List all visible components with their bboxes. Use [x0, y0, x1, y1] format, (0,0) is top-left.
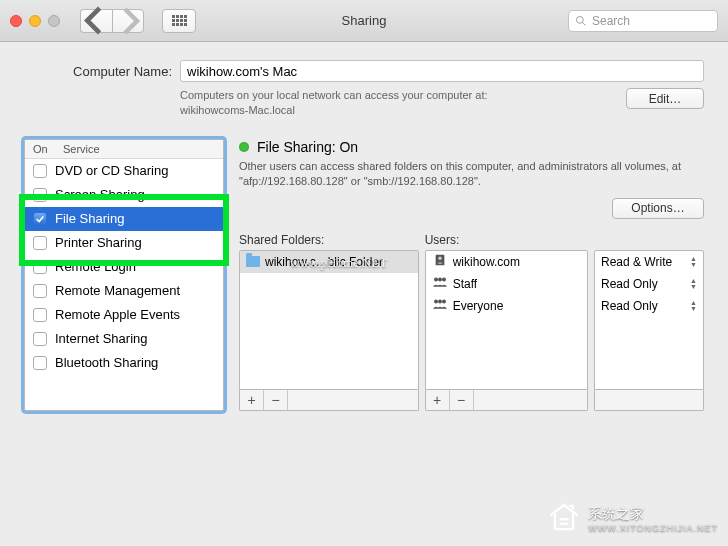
permissions-list[interactable]: Read & Write▲▼Read Only▲▼Read Only▲▼ [594, 250, 704, 390]
group-icon [432, 297, 448, 314]
titlebar: Sharing Search [0, 0, 728, 42]
service-checkbox[interactable] [33, 236, 47, 250]
add-folder-button[interactable]: + [240, 390, 264, 410]
search-field[interactable]: Search [568, 10, 718, 32]
service-checkbox[interactable] [33, 260, 47, 274]
user-row[interactable]: Staff [426, 273, 587, 295]
service-checkbox[interactable] [33, 188, 47, 202]
person-icon [432, 253, 448, 270]
stepper-icon[interactable]: ▲▼ [690, 256, 697, 268]
nav-segment [80, 9, 144, 33]
svg-point-7 [434, 300, 438, 304]
house-icon [546, 499, 582, 538]
computer-hostname-info: Computers on your local network can acce… [180, 88, 618, 119]
folder-label: wikihow.c…blic Folder [265, 255, 383, 269]
service-label: Screen Sharing [55, 187, 145, 202]
search-icon [575, 15, 587, 27]
svg-point-4 [434, 278, 438, 282]
user-label: Everyone [453, 299, 504, 313]
minimize-button[interactable] [29, 15, 41, 27]
permission-label: Read & Write [601, 255, 672, 269]
service-label: Remote Apple Events [55, 307, 180, 322]
permission-row[interactable]: Read Only▲▼ [595, 273, 703, 295]
show-all-button[interactable] [162, 9, 196, 33]
service-row-0[interactable]: DVD or CD Sharing [25, 159, 223, 183]
add-user-button[interactable]: + [426, 390, 450, 410]
service-row-2[interactable]: File Sharing [25, 207, 223, 231]
grid-icon [172, 15, 187, 26]
user-row[interactable]: wikihow.com [426, 251, 587, 273]
shared-folders-list[interactable]: wikihow.c…blic Folder [239, 250, 419, 390]
back-button[interactable] [80, 9, 112, 33]
close-button[interactable] [10, 15, 22, 27]
stepper-icon[interactable]: ▲▼ [690, 300, 697, 312]
zoom-button[interactable] [48, 15, 60, 27]
svg-point-9 [442, 300, 446, 304]
svg-line-1 [583, 22, 586, 25]
edit-hostname-button[interactable]: Edit… [626, 88, 704, 109]
svg-point-8 [438, 300, 442, 304]
permission-row[interactable]: Read & Write▲▼ [595, 251, 703, 273]
computer-name-label: Computer Name: [24, 64, 172, 79]
search-placeholder: Search [592, 14, 630, 28]
permissions-footer [594, 390, 704, 411]
service-label: Remote Management [55, 283, 180, 298]
service-row-1[interactable]: Screen Sharing [25, 183, 223, 207]
status-indicator-icon [239, 142, 249, 152]
status-description: Other users can access shared folders on… [239, 159, 704, 190]
service-row-5[interactable]: Remote Management [25, 279, 223, 303]
service-checkbox[interactable] [33, 284, 47, 298]
folder-icon [246, 256, 260, 267]
service-checkbox[interactable] [33, 356, 47, 370]
shared-folders-title: Shared Folders: [239, 233, 419, 247]
options-button[interactable]: Options… [612, 198, 704, 219]
user-row[interactable]: Everyone [426, 295, 587, 317]
svg-point-6 [442, 278, 446, 282]
users-title: Users: [425, 233, 588, 247]
computer-name-input[interactable] [180, 60, 704, 82]
remove-user-button[interactable]: − [450, 390, 474, 410]
user-label: wikihow.com [453, 255, 520, 269]
service-label: Bluetooth Sharing [55, 355, 158, 370]
forward-button[interactable] [112, 9, 144, 33]
service-checkbox[interactable] [33, 308, 47, 322]
service-row-4[interactable]: Remote Login [25, 255, 223, 279]
svg-point-3 [438, 257, 442, 261]
permission-label: Read Only [601, 277, 658, 291]
service-checkbox[interactable] [33, 212, 47, 226]
service-label: DVD or CD Sharing [55, 163, 168, 178]
folder-row[interactable]: wikihow.c…blic Folder [240, 251, 418, 273]
user-label: Staff [453, 277, 477, 291]
group-icon [432, 275, 448, 292]
users-footer: + − [425, 390, 588, 411]
permission-row[interactable]: Read Only▲▼ [595, 295, 703, 317]
service-row-7[interactable]: Internet Sharing [25, 327, 223, 351]
service-label: Printer Sharing [55, 235, 142, 250]
remove-folder-button[interactable]: − [264, 390, 288, 410]
watermark-xitong: 系统之家 WWW.XITONGZHIJIA.NET [546, 499, 718, 538]
stepper-icon[interactable]: ▲▼ [690, 278, 697, 290]
permission-label: Read Only [601, 299, 658, 313]
window-controls [10, 15, 60, 27]
services-list[interactable]: On Service DVD or CD SharingScreen Shari… [24, 139, 224, 411]
svg-point-0 [577, 16, 584, 23]
service-checkbox[interactable] [33, 164, 47, 178]
service-row-3[interactable]: Printer Sharing [25, 231, 223, 255]
folders-footer: + − [239, 390, 419, 411]
service-row-8[interactable]: Bluetooth Sharing [25, 351, 223, 375]
service-label: Remote Login [55, 259, 136, 274]
service-row-6[interactable]: Remote Apple Events [25, 303, 223, 327]
users-list[interactable]: wikihow.comStaffEveryone [425, 250, 588, 390]
service-checkbox[interactable] [33, 332, 47, 346]
status-title: File Sharing: On [257, 139, 358, 155]
service-label: File Sharing [55, 211, 124, 226]
service-label: Internet Sharing [55, 331, 148, 346]
services-header: On Service [25, 140, 223, 159]
svg-point-5 [438, 278, 442, 282]
